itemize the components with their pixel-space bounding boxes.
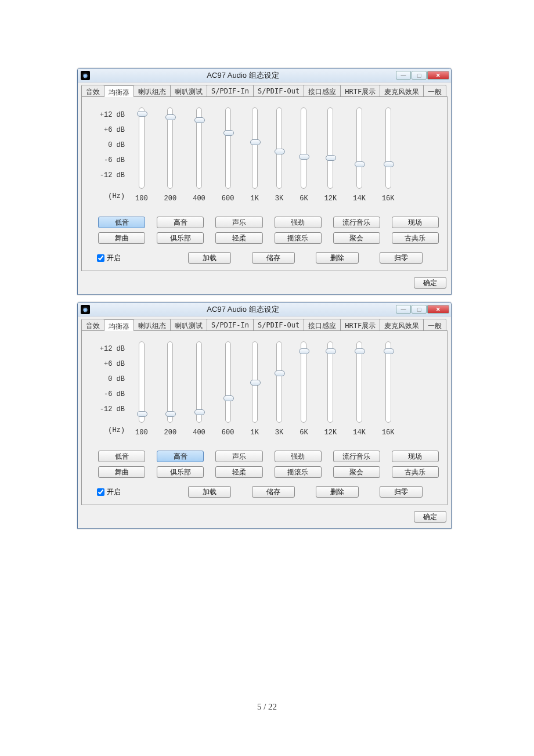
preset-button[interactable]: 低音 — [98, 451, 145, 462]
preset-button[interactable]: 聚会 — [333, 466, 380, 478]
eq-slider-thumb[interactable] — [165, 114, 176, 120]
tab-6[interactable]: 接口感应 — [304, 85, 341, 96]
eq-slider-thumb[interactable] — [137, 411, 147, 417]
tab-0[interactable]: 音效 — [81, 319, 104, 330]
action-button[interactable]: 加载 — [188, 486, 231, 498]
eq-slider-400[interactable] — [196, 107, 202, 189]
action-button[interactable]: 加载 — [188, 252, 231, 264]
tab-9[interactable]: 一般 — [423, 85, 446, 96]
preset-button[interactable]: 现场 — [392, 217, 439, 228]
tab-8[interactable]: 麦克风效果 — [380, 319, 424, 330]
eq-slider-100[interactable] — [139, 341, 145, 423]
enable-checkbox-input[interactable] — [97, 254, 104, 262]
preset-button[interactable]: 摇滚乐 — [275, 232, 322, 244]
preset-button[interactable]: 强劲 — [275, 217, 322, 228]
tab-7[interactable]: HRTF展示 — [340, 319, 380, 330]
eq-slider-16K[interactable] — [385, 341, 391, 423]
tab-4[interactable]: S/PDIF-In — [207, 85, 254, 96]
eq-slider-thumb[interactable] — [194, 409, 205, 415]
preset-button[interactable]: 俱乐部 — [157, 466, 204, 478]
action-button[interactable]: 删除 — [316, 486, 359, 498]
action-button[interactable]: 删除 — [316, 252, 359, 264]
ok-button[interactable]: 确定 — [414, 511, 446, 523]
tab-8[interactable]: 麦克风效果 — [380, 85, 424, 96]
eq-slider-1K[interactable] — [252, 341, 258, 423]
eq-slider-thumb[interactable] — [137, 111, 147, 117]
eq-slider-400[interactable] — [196, 341, 202, 423]
eq-slider-thumb[interactable] — [275, 149, 285, 154]
eq-slider-200[interactable] — [167, 107, 173, 189]
eq-slider-thumb[interactable] — [275, 370, 285, 376]
preset-button[interactable]: 舞曲 — [98, 466, 145, 478]
action-button[interactable]: 归零 — [380, 486, 423, 498]
eq-slider-16K[interactable] — [385, 107, 391, 189]
eq-slider-200[interactable] — [167, 341, 173, 423]
eq-slider-thumb[interactable] — [384, 161, 394, 167]
preset-button[interactable]: 古典乐 — [392, 466, 439, 478]
close-button[interactable]: ✕ — [427, 71, 449, 80]
eq-slider-thumb[interactable] — [223, 395, 234, 401]
tab-0[interactable]: 音效 — [81, 85, 104, 96]
eq-slider-600[interactable] — [225, 107, 231, 189]
preset-button[interactable]: 高音 — [157, 451, 204, 462]
eq-slider-12K[interactable] — [327, 107, 333, 189]
eq-slider-thumb[interactable] — [223, 130, 234, 136]
tab-2[interactable]: 喇叭组态 — [134, 319, 171, 330]
preset-button[interactable]: 流行音乐 — [333, 451, 380, 462]
ok-button[interactable]: 确定 — [414, 277, 446, 289]
eq-slider-6K[interactable] — [301, 107, 306, 189]
eq-slider-thumb[interactable] — [165, 411, 176, 417]
eq-slider-thumb[interactable] — [326, 155, 336, 161]
eq-slider-14K[interactable] — [356, 107, 362, 189]
eq-slider-thumb[interactable] — [250, 139, 261, 145]
eq-slider-3K[interactable] — [276, 107, 282, 189]
eq-slider-12K[interactable] — [327, 341, 333, 423]
maximize-button[interactable]: ▢ — [412, 71, 427, 80]
close-button[interactable]: ✕ — [427, 305, 449, 314]
eq-slider-100[interactable] — [139, 107, 145, 189]
eq-slider-thumb[interactable] — [326, 348, 336, 354]
eq-slider-1K[interactable] — [252, 107, 258, 189]
tab-1[interactable]: 均衡器 — [104, 319, 134, 331]
minimize-button[interactable]: — — [396, 305, 411, 314]
tab-4[interactable]: S/PDIF-In — [207, 319, 254, 330]
eq-slider-600[interactable] — [225, 341, 231, 423]
tab-3[interactable]: 喇叭测试 — [170, 85, 207, 96]
tab-5[interactable]: S/PDIF-Out — [253, 85, 304, 96]
preset-button[interactable]: 流行音乐 — [333, 217, 380, 228]
preset-button[interactable]: 轻柔 — [215, 466, 262, 478]
preset-button[interactable]: 强劲 — [275, 451, 322, 462]
tab-2[interactable]: 喇叭组态 — [134, 85, 171, 96]
preset-button[interactable]: 古典乐 — [392, 232, 439, 244]
eq-slider-thumb[interactable] — [299, 154, 309, 160]
tab-9[interactable]: 一般 — [423, 319, 446, 330]
preset-button[interactable]: 摇滚乐 — [275, 466, 322, 478]
preset-button[interactable]: 声乐 — [215, 217, 262, 228]
tab-3[interactable]: 喇叭测试 — [170, 319, 207, 330]
eq-slider-3K[interactable] — [276, 341, 282, 423]
preset-button[interactable]: 舞曲 — [98, 232, 145, 244]
preset-button[interactable]: 轻柔 — [215, 232, 262, 244]
preset-button[interactable]: 现场 — [392, 451, 439, 462]
eq-slider-thumb[interactable] — [250, 380, 261, 386]
tab-1[interactable]: 均衡器 — [104, 85, 134, 97]
action-button[interactable]: 储存 — [252, 252, 295, 264]
preset-button[interactable]: 声乐 — [215, 451, 262, 462]
enable-checkbox[interactable]: 开启 — [97, 253, 121, 263]
eq-slider-thumb[interactable] — [384, 348, 394, 354]
eq-slider-thumb[interactable] — [355, 161, 365, 167]
tab-7[interactable]: HRTF展示 — [340, 85, 380, 96]
eq-slider-14K[interactable] — [356, 341, 362, 423]
eq-slider-thumb[interactable] — [299, 348, 309, 354]
eq-slider-thumb[interactable] — [194, 117, 205, 123]
preset-button[interactable]: 高音 — [157, 217, 204, 228]
action-button[interactable]: 储存 — [252, 486, 295, 498]
preset-button[interactable]: 俱乐部 — [157, 232, 204, 244]
preset-button[interactable]: 聚会 — [333, 232, 380, 244]
eq-slider-6K[interactable] — [301, 341, 306, 423]
action-button[interactable]: 归零 — [380, 252, 423, 264]
tab-5[interactable]: S/PDIF-Out — [253, 319, 304, 330]
maximize-button[interactable]: ▢ — [412, 305, 427, 314]
preset-button[interactable]: 低音 — [98, 217, 145, 228]
tab-6[interactable]: 接口感应 — [304, 319, 341, 330]
